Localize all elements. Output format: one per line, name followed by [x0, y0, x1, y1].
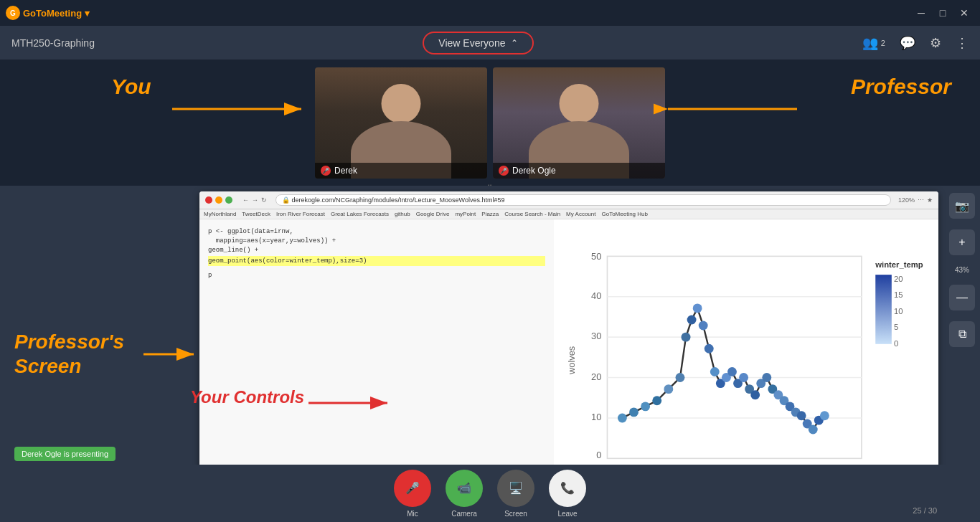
svg-text:5: 5 [894, 323, 898, 331]
header-right: 👥 2 💬 ⚙ ⋮ [862, 35, 969, 51]
close-button[interactable]: ✕ [954, 4, 974, 22]
logo-icon: G [6, 6, 20, 20]
window-controls: ─ □ ✕ [911, 4, 974, 22]
browser-controls: 120% ⋯ ★ [898, 196, 933, 204]
you-annotation: You [111, 75, 151, 99]
svg-text:50: 50 [591, 251, 601, 262]
leave-label: Leave [557, 510, 577, 518]
screenshot-button[interactable]: 📷 [949, 193, 975, 219]
professor-annotation: Professor [851, 75, 951, 99]
svg-text:10: 10 [894, 307, 903, 315]
svg-point-31 [693, 303, 702, 313]
svg-point-33 [705, 344, 714, 353]
bookmarks-bar: MyNorthland TweetDeck Iron River Forecas… [199, 209, 938, 219]
video-label-professor: 🎤 Derek Ogle [493, 163, 665, 179]
chrome-maximize-dot [225, 196, 232, 204]
svg-text:10: 10 [591, 412, 601, 422]
zoom-out-button[interactable]: — [949, 285, 975, 310]
your-controls-annotation: Your Controls [190, 387, 304, 407]
svg-point-30 [687, 315, 697, 325]
video-label-you: 🎤 Derek [315, 163, 487, 179]
svg-point-23 [618, 414, 627, 423]
app-logo: G GoToMeeting ▾ [6, 6, 90, 20]
main-area: Professor'sScreen ← → ↻ [0, 186, 980, 522]
mic-label: Mic [407, 510, 418, 518]
video-panel-professor: 🎤 Derek Ogle [493, 67, 665, 179]
zoom-out-icon: — [956, 291, 968, 304]
camera-button[interactable]: 📹 [446, 470, 483, 507]
zoom-level: 43% [955, 266, 969, 274]
title-bar: G GoToMeeting ▾ ─ □ ✕ [0, 0, 980, 26]
svg-point-28 [676, 373, 685, 382]
mic-control-wrapper: 🎤 Mic [394, 470, 431, 518]
chat-button[interactable]: 💬 [900, 35, 915, 51]
zoom-in-button[interactable]: + [949, 229, 975, 255]
svg-point-37 [727, 367, 737, 376]
chrome-minimize-dot [215, 196, 222, 204]
svg-point-53 [820, 411, 829, 420]
svg-rect-55 [876, 275, 892, 344]
settings-button[interactable]: ⚙ [930, 35, 941, 51]
svg-point-34 [710, 367, 720, 376]
app-name: GoToMeeting [23, 8, 82, 19]
mic-icon: 🎤 [405, 481, 420, 495]
code-line-1: p <- ggplot(data=irnw, [208, 228, 545, 235]
browser-url[interactable]: 🔒 derekogle.com/NCGraphing/modules/Intro… [275, 194, 891, 206]
participants-icon: 👥 [862, 35, 878, 51]
mute-icon-you: 🎤 [321, 166, 331, 176]
svg-text:wolves: wolves [567, 346, 578, 375]
meeting-title: MTH250-Graphing [11, 37, 95, 49]
svg-point-32 [699, 321, 708, 331]
svg-point-29 [682, 333, 691, 342]
participants-button[interactable]: 👥 2 [862, 35, 885, 51]
camera-label: Camera [451, 510, 477, 518]
dropdown-icon[interactable]: ▾ [85, 8, 90, 19]
chrome-close-dot [205, 196, 212, 204]
controls-arrow [308, 391, 395, 416]
screen-arrow [143, 340, 201, 369]
svg-point-39 [740, 373, 749, 382]
svg-rect-6 [608, 256, 862, 458]
svg-text:20: 20 [894, 275, 903, 283]
browser-chrome: ← → ↻ 🔒 derekogle.com/NCGraphing/modules… [199, 191, 938, 209]
svg-text:40: 40 [591, 290, 601, 301]
participant-name-professor: Derek Ogle [512, 166, 556, 176]
mute-icon-professor: 🎤 [499, 166, 509, 176]
participant-count: 2 [881, 39, 885, 47]
view-everyone-button[interactable]: View Everyone ⌃ [423, 32, 534, 54]
video-feed-professor [493, 67, 665, 179]
copy-button[interactable]: ⧉ [949, 321, 975, 347]
svg-text:0: 0 [894, 339, 898, 348]
svg-text:30: 30 [591, 331, 601, 341]
video-panel-you: 🎤 Derek [315, 67, 487, 179]
video-feed-you [315, 67, 487, 179]
gear-icon: ⚙ [930, 35, 941, 51]
zoom-in-icon: + [958, 236, 965, 249]
more-button[interactable]: ⋮ [956, 35, 969, 51]
screen-share-button[interactable]: 🖥️ [497, 470, 534, 507]
svg-text:0: 0 [597, 450, 602, 460]
you-arrow [172, 95, 316, 123]
professor-arrow [654, 95, 797, 123]
code-line-4: geom_point(aes(color=winter_temp),size=3… [208, 256, 545, 266]
minimize-button[interactable]: ─ [911, 4, 931, 22]
more-icon: ⋮ [956, 35, 969, 51]
code-line-5: p [208, 272, 545, 279]
svg-point-26 [653, 396, 662, 405]
leave-button[interactable]: 📞 [549, 470, 586, 507]
svg-point-24 [629, 407, 639, 417]
bottom-controls-bar: 🎤 Mic 📹 Camera 🖥️ Screen 📞 Leave [0, 465, 980, 522]
screen-label: Screen [504, 510, 527, 518]
svg-text:winter_temp: winter_temp [875, 260, 923, 269]
participant-name-you: Derek [334, 166, 357, 176]
header-bar: MTH250-Graphing View Everyone ⌃ 👥 2 💬 ⚙ … [0, 26, 980, 60]
leave-icon: 📞 [560, 481, 575, 495]
chat-icon: 💬 [900, 35, 915, 51]
maximize-button[interactable]: □ [933, 4, 953, 22]
svg-text:15: 15 [894, 290, 903, 299]
svg-point-41 [751, 390, 760, 399]
title-bar-left: G GoToMeeting ▾ [6, 6, 90, 20]
svg-point-25 [641, 402, 651, 411]
chevron-down-icon: ⌃ [511, 38, 518, 48]
mic-button[interactable]: 🎤 [394, 470, 431, 507]
